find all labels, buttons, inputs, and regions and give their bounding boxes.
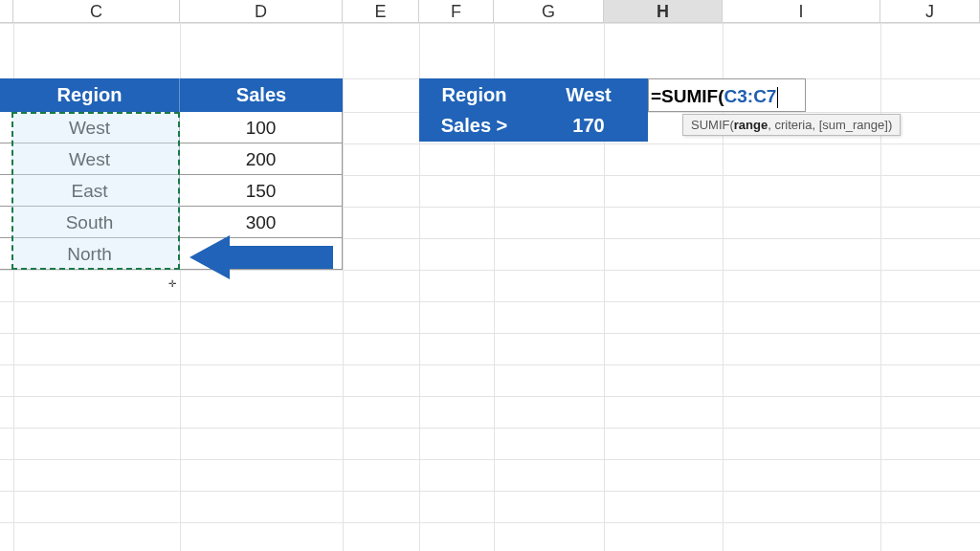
gridline-horizontal [0,301,980,302]
gridline-horizontal [0,364,980,365]
text-cursor [777,87,778,108]
col-header-H[interactable]: H [604,0,723,22]
formula-reference: C3:C7 [724,86,777,106]
col-header-gutter[interactable] [0,0,13,22]
lookup-value-sales[interactable]: 170 [529,110,648,142]
cell-sales[interactable]: 100 [180,112,343,143]
table-row: West100 [0,112,343,143]
cell-region[interactable]: North [0,238,180,270]
cell-sales[interactable]: 200 [180,143,343,175]
spreadsheet-grid[interactable]: CDEFGHIJ Region Sales West100West200East… [0,0,980,551]
gridline-horizontal [0,270,980,271]
gridline-horizontal [0,491,980,492]
table-row: East150 [0,175,343,207]
gridline-horizontal [0,396,980,397]
gridline-vertical [880,23,881,551]
col-header-J[interactable]: J [880,0,980,22]
col-header-C[interactable]: C [13,0,180,22]
col-header-I[interactable]: I [723,0,880,22]
tooltip-fn: SUMIF( [691,118,734,132]
cell-region[interactable]: East [0,175,180,207]
gridline-horizontal [0,23,980,24]
col-header-F[interactable]: F [419,0,494,22]
table-row: West200 [0,143,343,175]
gridline-vertical [343,23,344,551]
gridline-horizontal [0,428,980,429]
cell-cursor-icon: ✛ [168,278,176,289]
cell-region[interactable]: West [0,143,180,175]
svg-marker-0 [189,235,333,279]
cell-region[interactable]: South [0,207,180,238]
data-table-header: Region Sales [0,78,343,112]
arrow-annotation [189,233,333,281]
tooltip-rest: , criteria, [sum_range]) [768,118,892,132]
lookup-row-region: Region West =SUMIF(C3:C7 [419,78,806,110]
column-header-row: CDEFGHIJ [0,0,980,23]
lookup-label-region[interactable]: Region [419,78,529,112]
gridline-horizontal [0,522,980,523]
gridline-horizontal [0,333,980,334]
gridline-horizontal [0,459,980,460]
header-region[interactable]: Region [0,78,180,112]
col-header-G[interactable]: G [494,0,604,22]
formula-cell[interactable]: =SUMIF(C3:C7 [648,78,806,112]
lookup-label-sales[interactable]: Sales > [419,110,529,142]
cell-sales[interactable]: 150 [180,175,343,207]
cell-region[interactable]: West [0,112,180,143]
formula-prefix: =SUMIF( [651,86,724,106]
function-tooltip: SUMIF(range, criteria, [sum_range]) [682,114,901,136]
tooltip-current-arg: range [734,118,768,132]
header-sales[interactable]: Sales [180,78,343,112]
col-header-D[interactable]: D [180,0,343,22]
col-header-E[interactable]: E [343,0,419,22]
lookup-value-region[interactable]: West [529,78,648,112]
